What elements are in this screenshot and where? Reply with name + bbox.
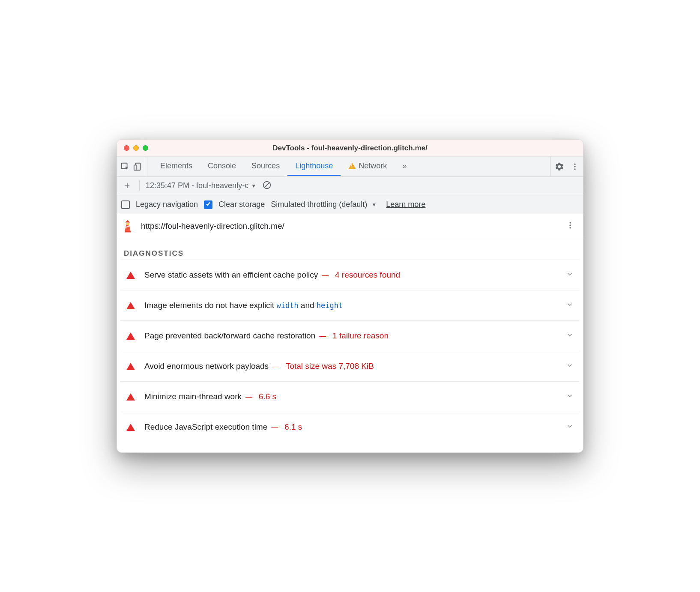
svg-point-9 [569,224,571,226]
throttling-caret-icon[interactable]: ▼ [371,202,377,208]
tab-elements[interactable]: Elements [153,157,200,176]
tab-label: Sources [251,161,280,170]
code-token: height [317,301,343,310]
audit-row[interactable]: Avoid enormous network payloads — Total … [120,351,580,381]
clear-icon[interactable] [262,180,272,191]
legacy-nav-label: Legacy navigation [136,200,198,209]
overflow-label: » [402,161,407,170]
clear-storage-checkbox[interactable] [204,200,212,209]
svg-point-4 [574,166,575,167]
chevron-down-icon [566,331,574,341]
audit-row[interactable]: Reduce JavaScript execution time — 6.1 s [120,412,580,442]
gear-icon[interactable] [555,162,564,171]
report-header: https://foul-heavenly-direction.glitch.m… [117,214,583,238]
audit-row[interactable]: Serve static assets with an efficient ca… [120,260,580,290]
tab-label: Console [208,161,236,170]
toolbar-left [120,157,147,176]
dash: — [317,332,330,340]
audit-detail: 4 resources found [335,270,400,279]
svg-point-5 [574,168,575,170]
chevron-down-icon [566,301,574,310]
audit-detail: Total size was 7,708 KiB [286,362,374,371]
devtools-window: DevTools - foul-heavenly-direction.glitc… [117,139,583,453]
fail-triangle-icon [126,272,135,279]
dash: — [271,363,283,370]
dash: — [243,393,256,401]
fail-triangle-icon [126,393,135,401]
lighthouse-subbar: + 12:35:47 PM - foul-heavenly-c ▼ [117,176,583,195]
svg-rect-7 [126,223,129,224]
tab-network[interactable]: Network [341,157,395,176]
svg-point-8 [569,222,571,223]
check-icon [205,200,211,209]
tabs-overflow[interactable]: » [395,157,414,176]
audit-detail: 1 failure reason [332,331,389,340]
tab-console[interactable]: Console [200,157,244,176]
diagnostics-heading: DIAGNOSTICS [117,238,583,260]
report-selector-label: 12:35:47 PM - foul-heavenly-c [146,181,248,190]
caret-down-icon: ▼ [251,183,256,189]
code-token: width [276,301,298,310]
titlebar: DevTools - foul-heavenly-direction.glitc… [117,140,583,157]
toolbar-right [550,157,580,176]
audit-title: and [299,301,317,310]
learn-more-link[interactable]: Learn more [386,200,425,209]
fail-triangle-icon [126,424,135,431]
audit-detail: 6.1 s [284,422,302,431]
tab-label: Lighthouse [295,161,333,170]
audit-title: Minimize main-thread work [144,392,242,401]
dash: — [269,424,282,431]
audit-title: Page prevented back/forward cache restor… [144,331,315,340]
warning-icon [348,163,356,169]
throttling-label: Simulated throttling (default) [271,200,367,209]
chevron-down-icon [566,392,574,401]
inspect-icon[interactable] [120,162,130,171]
audit-row[interactable]: Minimize main-thread work — 6.6 s [120,381,580,412]
svg-point-3 [574,163,575,164]
chevron-down-icon [566,422,574,432]
report-url: https://foul-heavenly-direction.glitch.m… [141,221,560,231]
device-toggle-icon[interactable] [133,162,143,171]
chevron-down-icon [566,362,574,371]
svg-rect-2 [134,165,137,170]
svg-point-10 [569,227,571,228]
tab-lighthouse[interactable]: Lighthouse [287,157,341,176]
audit-title: Serve static assets with an efficient ca… [144,270,318,279]
fail-triangle-icon [126,332,135,340]
lighthouse-logo-icon [120,219,135,233]
devtools-toolbar: Elements Console Sources Lighthouse Netw… [117,157,583,176]
tab-label: Network [359,161,387,170]
legacy-nav-checkbox[interactable] [121,200,130,209]
lighthouse-options: Legacy navigation Clear storage Simulate… [117,195,583,214]
chevron-down-icon [566,270,574,280]
clear-storage-label: Clear storage [218,200,265,209]
fail-triangle-icon [126,363,135,370]
tab-label: Elements [160,161,192,170]
panel-tabs: Elements Console Sources Lighthouse Netw… [153,157,414,176]
new-report-button[interactable]: + [121,180,133,191]
audit-row[interactable]: Page prevented back/forward cache restor… [120,320,580,351]
audit-title: Avoid enormous network payloads [144,362,269,371]
audit-row[interactable]: Image elements do not have explicit widt… [120,290,580,320]
dash: — [320,272,332,279]
window-title: DevTools - foul-heavenly-direction.glitc… [117,144,583,152]
kebab-icon[interactable] [570,162,580,171]
audit-title: Reduce JavaScript execution time [144,422,267,431]
fail-triangle-icon [126,302,135,309]
tab-sources[interactable]: Sources [244,157,287,176]
audit-detail: 6.6 s [259,392,276,401]
report-selector[interactable]: 12:35:47 PM - foul-heavenly-c ▼ [146,181,256,190]
report-menu-icon[interactable] [566,221,576,231]
audit-title: Image elements do not have explicit [144,301,276,310]
audit-list: Serve static assets with an efficient ca… [117,260,583,452]
